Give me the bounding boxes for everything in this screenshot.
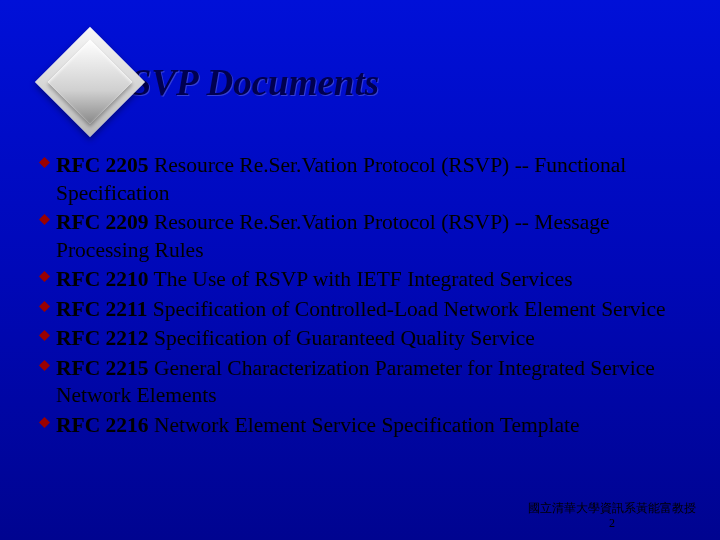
title-ornament xyxy=(30,22,150,142)
diamond-bullet-icon xyxy=(38,270,56,283)
svg-rect-6 xyxy=(39,417,50,428)
list-item-text: RFC 2205 Resource Re.Ser.Vation Protocol… xyxy=(56,152,686,207)
diamond-bullet-icon xyxy=(38,156,56,169)
list-item: RFC 2216 Network Element Service Specifi… xyxy=(38,412,686,440)
bullet-list: RFC 2205 Resource Re.Ser.Vation Protocol… xyxy=(38,152,686,441)
diamond-bullet-icon xyxy=(38,329,56,342)
list-item-text: RFC 2211 Specification of Controlled-Loa… xyxy=(56,296,666,324)
list-item: RFC 2209 Resource Re.Ser.Vation Protocol… xyxy=(38,209,686,264)
diamond-bullet-icon xyxy=(38,416,56,429)
diamond-icon-inner xyxy=(48,40,133,125)
list-item: RFC 2215 General Characterization Parame… xyxy=(38,355,686,410)
list-item-text: RFC 2212 Specification of Guaranteed Qua… xyxy=(56,325,535,353)
svg-rect-2 xyxy=(39,271,50,282)
diamond-bullet-icon xyxy=(38,213,56,226)
list-item: RFC 2211 Specification of Controlled-Loa… xyxy=(38,296,686,324)
list-item: RFC 2205 Resource Re.Ser.Vation Protocol… xyxy=(38,152,686,207)
svg-rect-0 xyxy=(39,157,50,168)
list-item-text: RFC 2209 Resource Re.Ser.Vation Protocol… xyxy=(56,209,686,264)
diamond-bullet-icon xyxy=(38,300,56,313)
footer-attribution: 國立清華大學資訊系黃能富教授 xyxy=(528,501,696,515)
diamond-bullet-icon xyxy=(38,359,56,372)
svg-rect-1 xyxy=(39,214,50,225)
page-number: 2 xyxy=(528,516,696,530)
list-item: RFC 2210 The Use of RSVP with IETF Integ… xyxy=(38,266,686,294)
list-item: RFC 2212 Specification of Guaranteed Qua… xyxy=(38,325,686,353)
list-item-text: RFC 2215 General Characterization Parame… xyxy=(56,355,686,410)
footer: 國立清華大學資訊系黃能富教授 2 xyxy=(528,501,696,530)
svg-rect-5 xyxy=(39,360,50,371)
title-row: RSVP Documents xyxy=(30,22,379,142)
svg-rect-4 xyxy=(39,330,50,341)
list-item-text: RFC 2216 Network Element Service Specifi… xyxy=(56,412,580,440)
list-item-text: RFC 2210 The Use of RSVP with IETF Integ… xyxy=(56,266,573,294)
svg-rect-3 xyxy=(39,301,50,312)
